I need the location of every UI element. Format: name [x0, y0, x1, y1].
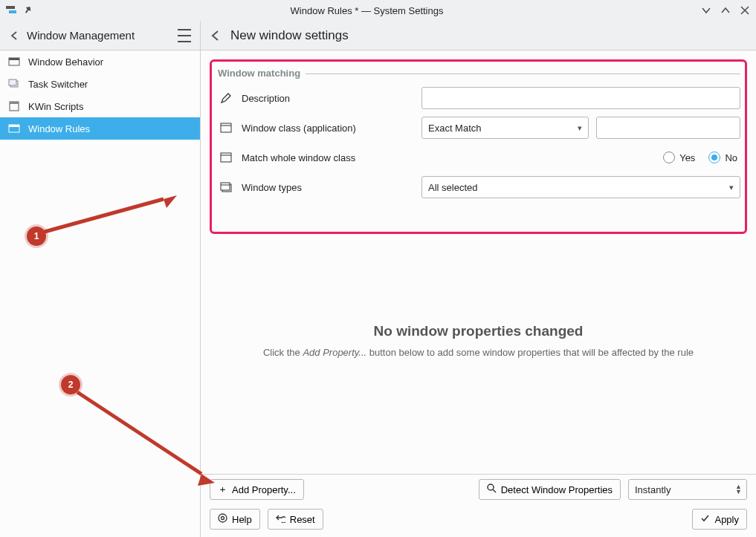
section-heading: Window matching	[216, 66, 740, 83]
svg-rect-12	[221, 153, 231, 162]
delay-spinbox[interactable]: Instantly ▲▼	[628, 479, 747, 500]
empty-title: No window properties changed	[210, 323, 747, 339]
sidebar-item-kwin-scripts[interactable]: KWin Scripts	[0, 95, 200, 117]
button-label: Reset	[290, 514, 315, 525]
sidebar-item-window-behavior[interactable]: Window Behavior	[0, 51, 200, 73]
back-icon[interactable]	[210, 29, 223, 42]
sidebar-item-label: KWin Scripts	[28, 101, 83, 112]
svg-rect-5	[9, 79, 16, 85]
label-window-class: Window class (application)	[242, 123, 413, 134]
empty-sub-suffix: button below to add some window properti…	[366, 347, 694, 358]
kwin-scripts-icon	[7, 100, 21, 113]
check-icon	[700, 513, 710, 525]
windows-stack-icon	[219, 180, 233, 194]
task-switcher-icon	[7, 77, 21, 91]
description-input[interactable]	[421, 87, 740, 109]
spin-arrows-icon: ▲▼	[735, 484, 742, 495]
radio-dot	[663, 152, 675, 163]
combo-value: Exact Match	[428, 123, 482, 134]
row-window-types: Window types All selected ▾	[216, 172, 740, 202]
sidebar-item-label: Task Switcher	[28, 79, 88, 90]
label-whole-class: Match whole window class	[242, 152, 413, 163]
help-icon	[218, 513, 227, 525]
svg-rect-0	[6, 6, 15, 9]
window-matching-section: Window matching Description Window class…	[210, 59, 747, 234]
svg-rect-3	[9, 58, 19, 60]
sidebar-header: Window Management	[0, 21, 200, 51]
plus-icon: ＋	[218, 483, 227, 496]
toolbar-row-1: ＋ Add Property... Detect Window Properti…	[201, 474, 756, 504]
row-description: Description	[216, 83, 740, 113]
window-icon	[219, 121, 233, 134]
svg-line-18	[493, 489, 496, 492]
sidebar-title: Window Management	[27, 29, 178, 42]
radio-label: Yes	[679, 152, 695, 163]
row-whole-class: Match whole window class Yes No	[216, 143, 740, 172]
sidebar: Window Management Window Behavior Task S…	[0, 21, 201, 537]
sidebar-item-task-switcher[interactable]: Task Switcher	[0, 73, 200, 95]
empty-sub-em: Add Property...	[303, 347, 366, 358]
svg-rect-15	[221, 183, 230, 190]
hamburger-icon[interactable]	[178, 29, 191, 42]
combo-value: All selected	[428, 182, 477, 193]
undo-icon	[276, 513, 285, 525]
class-match-mode-combo[interactable]: Exact Match ▾	[421, 117, 589, 139]
button-label: Detect Window Properties	[501, 484, 613, 495]
window-icon	[219, 151, 233, 164]
chevron-down-icon: ▾	[729, 183, 734, 192]
button-label: Add Property...	[232, 484, 296, 495]
empty-subtitle: Click the Add Property... button below t…	[210, 347, 747, 358]
pin-icon[interactable]	[22, 5, 33, 16]
window-class-input[interactable]	[596, 117, 740, 139]
radio-yes[interactable]: Yes	[663, 152, 695, 163]
sidebar-item-label: Window Behavior	[28, 56, 103, 68]
sidebar-item-window-rules[interactable]: Window Rules	[0, 117, 200, 140]
content-header: New window settings	[201, 21, 756, 51]
window-rules-icon	[7, 122, 21, 135]
label-window-types: Window types	[242, 182, 413, 193]
window-types-combo[interactable]: All selected ▾	[421, 176, 740, 198]
apply-button[interactable]: Apply	[692, 509, 747, 530]
toolbar-row-2: Help Reset Apply	[201, 504, 756, 537]
chevron-down-icon: ▾	[578, 123, 582, 133]
minimize-icon[interactable]	[701, 5, 711, 16]
radio-label: No	[725, 152, 737, 163]
sidebar-item-label: Window Rules	[28, 123, 90, 134]
page-title: New window settings	[230, 28, 349, 43]
svg-point-20	[222, 517, 224, 520]
svg-rect-7	[10, 102, 19, 104]
row-window-class: Window class (application) Exact Match ▾	[216, 113, 740, 143]
empty-sub-prefix: Click the	[263, 347, 303, 358]
sidebar-list: Window Behavior Task Switcher KWin Scrip…	[0, 51, 200, 537]
app-icon	[6, 5, 16, 16]
window-title: Window Rules * — System Settings	[33, 5, 701, 16]
empty-state: No window properties changed Click the A…	[210, 323, 747, 358]
button-label: Help	[232, 514, 252, 525]
button-label: Apply	[714, 514, 739, 525]
detect-window-button[interactable]: Detect Window Properties	[479, 479, 621, 500]
maximize-icon[interactable]	[720, 5, 731, 16]
reset-button[interactable]: Reset	[268, 509, 323, 530]
annotation-callout-2: 2	[61, 375, 80, 394]
annotation-callout-1: 1	[27, 227, 46, 246]
back-icon[interactable]	[9, 30, 21, 42]
help-button[interactable]: Help	[210, 509, 260, 530]
add-property-button[interactable]: ＋ Add Property...	[210, 479, 304, 500]
svg-point-19	[219, 514, 227, 522]
label-description: Description	[242, 93, 413, 104]
close-icon[interactable]	[740, 5, 750, 16]
titlebar: Window Rules * — System Settings	[0, 0, 756, 21]
radio-dot	[708, 152, 720, 163]
search-icon	[487, 484, 497, 495]
spin-value: Instantly	[635, 484, 671, 495]
pencil-icon	[219, 91, 233, 105]
radio-no[interactable]: No	[708, 152, 737, 163]
content: New window settings Window matching Desc…	[201, 21, 756, 537]
svg-rect-1	[9, 10, 16, 13]
svg-rect-10	[221, 123, 231, 132]
whole-class-radio-group: Yes No	[663, 152, 740, 163]
svg-point-17	[488, 484, 494, 490]
window-behavior-icon	[7, 55, 21, 68]
svg-rect-9	[9, 125, 19, 127]
